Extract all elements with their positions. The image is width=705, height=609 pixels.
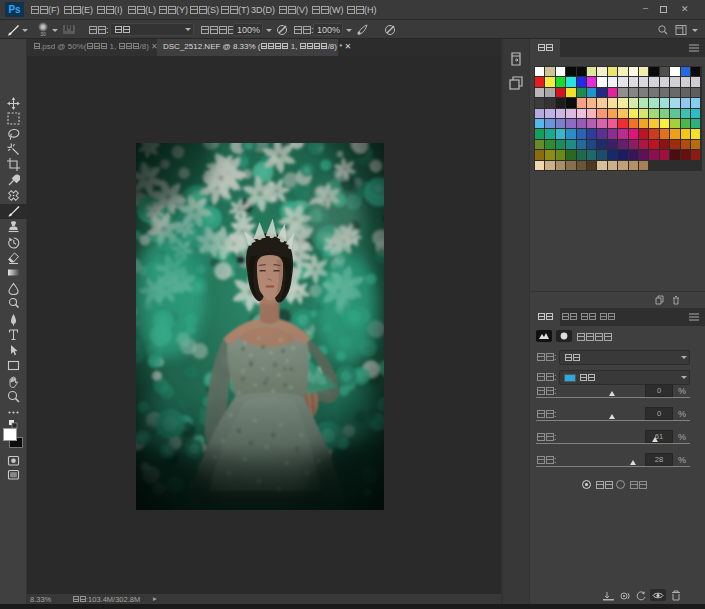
svg-text:30: 30 [40,31,46,37]
